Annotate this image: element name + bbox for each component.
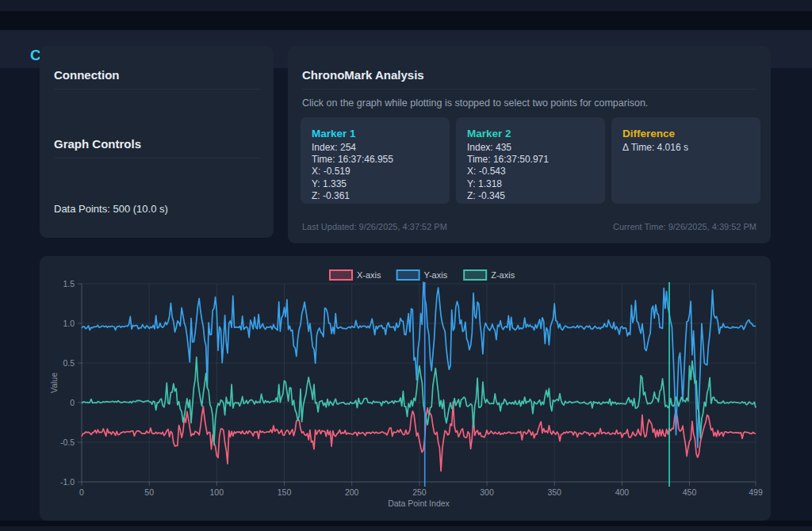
svg-text:400: 400 — [615, 487, 630, 497]
marker2-time: Time: 16:37:50.971 — [467, 154, 594, 166]
marker2-y: Y: 1.318 — [467, 178, 594, 190]
svg-text:250: 250 — [412, 487, 427, 497]
svg-text:300: 300 — [480, 487, 494, 497]
marker1-y: Y: 1.335 — [312, 178, 439, 190]
svg-text:0: 0 — [70, 398, 75, 407]
difference-title: Difference — [622, 128, 749, 139]
top-strip — [0, 0, 812, 11]
svg-text:350: 350 — [547, 487, 561, 497]
marker2-card: Marker 2 Index: 435 Time: 16:37:50.971 X… — [456, 117, 605, 204]
svg-text:-1.0: -1.0 — [60, 477, 75, 487]
svg-text:50: 50 — [144, 487, 154, 497]
difference-card: Difference Δ Time: 4.016 s — [611, 117, 760, 204]
svg-text:Z-axis: Z-axis — [491, 270, 515, 280]
svg-text:Y-axis: Y-axis — [424, 270, 448, 280]
connection-heading: Connection — [54, 68, 260, 90]
last-updated-label: Last Updated: 9/26/2025, 4:37:52 PM — [302, 222, 447, 231]
bottom-strip — [0, 526, 812, 531]
svg-text:100: 100 — [210, 487, 224, 497]
marker2-index: Index: 435 — [467, 142, 594, 154]
svg-text:-0.5: -0.5 — [60, 437, 75, 447]
marker1-time: Time: 16:37:46.955 — [312, 154, 439, 166]
svg-text:1.5: 1.5 — [63, 279, 75, 288]
analysis-description: Click on the graph while plotting is sto… — [302, 97, 648, 109]
difference-delta-time: Δ Time: 4.016 s — [622, 142, 749, 154]
svg-text:1.0: 1.0 — [63, 319, 75, 328]
marker1-x: X: -0.519 — [312, 166, 439, 178]
top-strip-dark — [0, 11, 812, 30]
svg-text:0.5: 0.5 — [63, 358, 75, 368]
graph-controls-heading: Graph Controls — [54, 137, 260, 159]
svg-text:Data Point Index: Data Point Index — [388, 499, 450, 508]
svg-text:0: 0 — [79, 487, 84, 497]
svg-text:150: 150 — [278, 487, 292, 497]
marker1-title: Marker 1 — [312, 128, 439, 139]
current-time-label: Current Time: 9/26/2025, 4:39:52 PM — [613, 222, 756, 231]
svg-text:200: 200 — [345, 487, 359, 497]
controls-panel: Connection Graph Controls Data Points: 5… — [40, 46, 274, 238]
marker2-x: X: -0.543 — [467, 166, 594, 178]
svg-text:499: 499 — [749, 487, 763, 497]
marker2-z: Z: -0.345 — [467, 190, 594, 202]
analysis-title: ChronoMark Analysis — [302, 68, 756, 90]
data-points-label: Data Points: 500 (10.0 s) — [54, 203, 168, 215]
svg-text:X-axis: X-axis — [357, 270, 381, 280]
signal-chart[interactable]: 0501001502002503003504004504991.51.00.50… — [40, 256, 771, 521]
bottom-strip-dark — [0, 521, 812, 526]
app-window: ChronoMark Connection Graph Controls Dat… — [0, 0, 812, 531]
marker1-z: Z: -0.361 — [312, 190, 439, 202]
svg-text:Value: Value — [49, 372, 59, 393]
marker2-title: Marker 2 — [467, 128, 594, 139]
marker1-index: Index: 254 — [312, 142, 439, 154]
svg-text:450: 450 — [683, 487, 697, 497]
analysis-panel: ChronoMark Analysis Click on the graph w… — [288, 46, 771, 243]
chart-panel: 0501001502002503003504004504991.51.00.50… — [40, 256, 771, 521]
marker1-card: Marker 1 Index: 254 Time: 16:37:46.955 X… — [301, 117, 450, 204]
